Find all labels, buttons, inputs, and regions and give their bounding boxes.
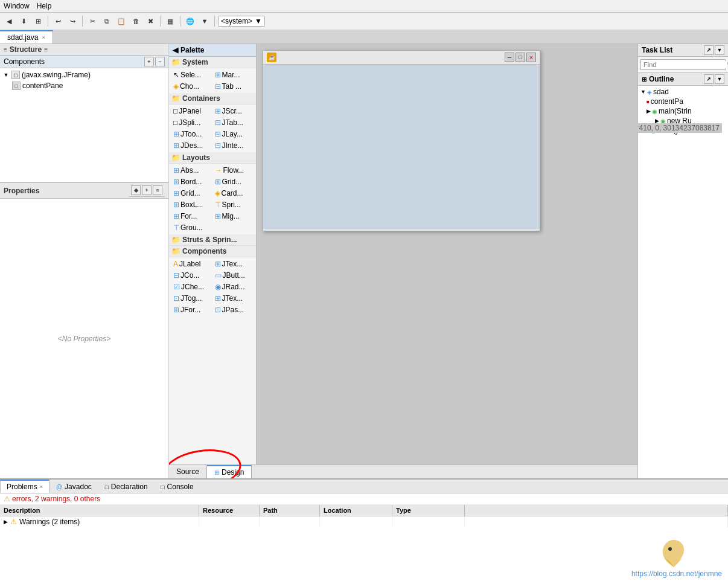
toolbar-btn-paste[interactable]: 📋 bbox=[115, 14, 128, 28]
design-canvas: ☕ ─ □ × bbox=[257, 44, 637, 464]
structure-collapse-icon[interactable]: ≡ bbox=[4, 47, 7, 53]
toolbar-btn-delete[interactable]: 🗑 bbox=[129, 14, 142, 28]
outline-btn-1[interactable]: ↗ bbox=[704, 74, 714, 84]
palette-item-jlabel[interactable]: AJLabel bbox=[171, 258, 212, 269]
palette-item-card[interactable]: ◈Card... bbox=[213, 188, 254, 199]
console-tab[interactable]: □ Console bbox=[155, 481, 200, 493]
palette-item-mig[interactable]: ⊞Mig... bbox=[213, 211, 254, 222]
palette-item-jtab[interactable]: ⊟JTab... bbox=[213, 117, 254, 128]
toolbar-btn-back[interactable]: ◀ bbox=[2, 14, 16, 28]
problems-tab-close[interactable]: × bbox=[40, 484, 43, 490]
design-tab[interactable]: ⊞ Design bbox=[207, 465, 252, 478]
find-box: 🔍 bbox=[640, 59, 726, 70]
remove-component-btn[interactable]: − bbox=[155, 57, 165, 66]
palette-item-jinte[interactable]: ⊟JInte... bbox=[213, 140, 254, 151]
palette-item-jspli[interactable]: □JSpli... bbox=[171, 117, 212, 128]
find-input[interactable] bbox=[643, 61, 727, 68]
palette-item-jrad[interactable]: ◉JRad... bbox=[213, 281, 254, 292]
toolbar-btn-grid[interactable]: ▦ bbox=[164, 14, 177, 28]
outline-toggle-sdad[interactable]: ▼ bbox=[640, 89, 646, 95]
palette-item-jfor[interactable]: ⊞JFor... bbox=[171, 304, 212, 315]
outline-item-sdad[interactable]: ▼ ◈ sdad bbox=[638, 87, 728, 97]
palette-item-bord[interactable]: ⊞Bord... bbox=[171, 176, 212, 187]
editor-tab-sdad[interactable]: sdad.java × bbox=[0, 30, 53, 43]
structure-collapse2-icon[interactable]: ≡ bbox=[44, 47, 48, 53]
declaration-tab[interactable]: □ Declaration bbox=[98, 481, 155, 493]
jtog-icon: ⊡ bbox=[173, 294, 179, 303]
javadoc-tab[interactable]: @ Javadoc bbox=[49, 481, 98, 493]
main-toggle-icon[interactable]: ▶ bbox=[647, 108, 651, 114]
outline-item-contentpa[interactable]: ■ contentPa bbox=[638, 97, 728, 106]
palette-item-jscr[interactable]: ⊞JScr... bbox=[213, 106, 254, 117]
frame-minimize-btn[interactable]: ─ bbox=[505, 53, 514, 62]
tree-toggle-jframe[interactable]: ▼ bbox=[2, 71, 10, 79]
palette-item-gridb[interactable]: ⊞Grid... bbox=[171, 188, 212, 199]
palette-item-jtoo[interactable]: ⊞JToo... bbox=[171, 129, 212, 140]
design-tab-icon: ⊞ bbox=[214, 469, 219, 476]
declaration-tab-label: Declaration bbox=[111, 483, 148, 491]
palette-item-spri[interactable]: ⊤Spri... bbox=[213, 199, 254, 210]
tree-item-jframe[interactable]: ▼ □ (javax.swing.JFrame) bbox=[0, 69, 168, 80]
palette-item-jche[interactable]: ☑JChe... bbox=[171, 281, 212, 292]
palette-item-jbutt[interactable]: ▭JButt... bbox=[213, 270, 254, 281]
system-dropdown[interactable]: <system> ▼ bbox=[218, 16, 265, 27]
palette-item-select[interactable]: ↖Sele... bbox=[171, 69, 212, 80]
props-btn-2[interactable]: + bbox=[142, 185, 152, 195]
palette-item-mar[interactable]: ⊞Mar... bbox=[213, 69, 254, 80]
palette-item-jtex2[interactable]: ⊞JTex... bbox=[213, 293, 254, 304]
warning-expand-icon[interactable]: ▶ bbox=[4, 519, 8, 525]
palette-item-for[interactable]: ⊞For... bbox=[171, 211, 212, 222]
palette-item-abs[interactable]: ⊞Abs... bbox=[171, 165, 212, 176]
toolbar-btn-redo[interactable]: ↪ bbox=[66, 14, 79, 28]
toolbar-btn-copy[interactable]: ⧉ bbox=[100, 14, 113, 28]
separator-4 bbox=[180, 16, 180, 27]
toolbar-btn-web-drop[interactable]: ▼ bbox=[198, 14, 211, 28]
frame-close-btn[interactable]: × bbox=[526, 53, 536, 62]
add-component-btn[interactable]: + bbox=[144, 57, 154, 66]
palette-item-jtex1[interactable]: ⊞JTex... bbox=[213, 258, 254, 269]
palette-item-jlay[interactable]: ⊟JLay... bbox=[213, 129, 254, 140]
source-tab[interactable]: Source bbox=[169, 465, 207, 478]
problems-tab[interactable]: Problems × bbox=[0, 480, 49, 493]
palette-item-jco[interactable]: ⊟JCo... bbox=[171, 270, 212, 281]
outline-item-main[interactable]: ▶ ◉ main(Strin bbox=[638, 106, 728, 116]
palette-item-flow[interactable]: →Flow... bbox=[213, 165, 254, 176]
props-btn-1[interactable]: ◈ bbox=[131, 185, 141, 195]
palette-item-jpanel[interactable]: □JPanel bbox=[171, 106, 212, 117]
palette-section-components[interactable]: 📁 Components bbox=[169, 246, 256, 257]
palette-item-jdes[interactable]: ⊞JDes... bbox=[171, 140, 212, 151]
flow-icon: → bbox=[215, 166, 222, 175]
palette-item-tab[interactable]: ⊟Tab ... bbox=[213, 81, 254, 92]
table-row-warnings[interactable]: ▶ ⚠ Warnings (2 items) bbox=[0, 516, 728, 527]
source-design-tabs: Source ⊞ Design bbox=[169, 464, 637, 478]
palette-item-cho[interactable]: ◈Cho... bbox=[171, 81, 212, 92]
toolbar-btn-web[interactable]: 🌐 bbox=[184, 14, 197, 28]
frame-maximize-btn[interactable]: □ bbox=[516, 53, 525, 62]
toolbar-btn-x[interactable]: ✖ bbox=[144, 14, 157, 28]
tab-close-icon[interactable]: × bbox=[42, 34, 45, 40]
outline-btn-2[interactable]: ▼ bbox=[715, 74, 724, 84]
palette-back-icon[interactable]: ◀ bbox=[173, 46, 178, 54]
palette-item-jpas[interactable]: ⊡JPas... bbox=[213, 304, 254, 315]
palette-item-grou[interactable]: ⊤Grou... bbox=[171, 222, 212, 233]
toolbar-btn-2[interactable]: ⊞ bbox=[31, 14, 45, 28]
palette-section-containers[interactable]: 📁 Containers bbox=[169, 93, 256, 104]
toolbar-btn-cut[interactable]: ✂ bbox=[86, 14, 99, 28]
task-list-btn-2[interactable]: ▼ bbox=[715, 45, 724, 55]
palette-section-layouts[interactable]: 📁 Layouts bbox=[169, 152, 256, 164]
toolbar-btn-undo[interactable]: ↩ bbox=[51, 14, 65, 28]
menu-window[interactable]: Window bbox=[0, 1, 33, 11]
contentpane-icon: □ bbox=[12, 82, 21, 90]
menu-help[interactable]: Help bbox=[33, 1, 56, 11]
props-btn-3[interactable]: ≡ bbox=[153, 185, 162, 195]
task-list-btn-1[interactable]: ↗ bbox=[704, 45, 714, 55]
left-panel: ≡ Structure ≡ Components + − ▼ □ (javax.… bbox=[0, 44, 169, 478]
palette-item-jtog[interactable]: ⊡JTog... bbox=[171, 293, 212, 304]
tree-item-contentpane[interactable]: □ contentPane bbox=[0, 80, 168, 91]
palette-section-struts[interactable]: 📁 Struts & Sprin... bbox=[169, 234, 256, 246]
palette-section-system[interactable]: 📁 System bbox=[169, 57, 256, 68]
palette-item-boxl[interactable]: ⊞BoxL... bbox=[171, 199, 212, 210]
palette-item-grid[interactable]: ⊞Grid... bbox=[213, 176, 254, 187]
toolbar-btn-1[interactable]: ⬇ bbox=[17, 14, 30, 28]
source-tab-label: Source bbox=[176, 467, 199, 476]
